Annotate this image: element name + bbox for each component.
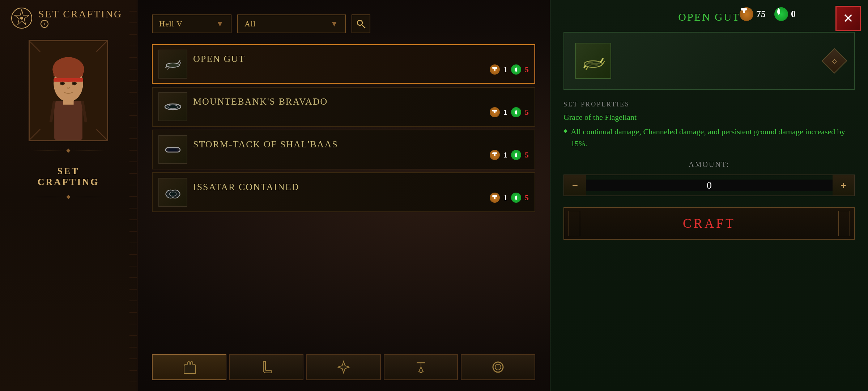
item-costs-issatar: 1 5 xyxy=(193,193,529,203)
top-resources: 75 0 xyxy=(740,7,796,21)
essence-icon-2 xyxy=(513,109,519,115)
set-properties-label: SET PROPERTIES xyxy=(563,101,855,108)
filter-tab-ring[interactable] xyxy=(461,354,535,380)
green-amount: 0 xyxy=(791,9,796,20)
svg-rect-4 xyxy=(54,101,82,140)
essence-icon xyxy=(513,66,519,73)
panel-badge-symbol: ◇ xyxy=(832,58,837,64)
item-costs-open-gut: 1 5 xyxy=(193,64,529,75)
filter-tab-weapon[interactable] xyxy=(306,354,381,380)
filter-tab-boots[interactable] xyxy=(229,354,304,380)
item-name-storm-tack: STORM-TACK OF SHAL'BAAS xyxy=(193,139,529,150)
cost-mat-4: 1 xyxy=(503,193,507,202)
item-name-issatar: ISSATAR CONTAINED xyxy=(193,182,529,193)
hammer-icon xyxy=(492,66,498,73)
ring-icon xyxy=(490,360,506,374)
cost-mat-1: 1 xyxy=(503,65,507,74)
sidebar-label-line2: CRAFTING xyxy=(38,177,99,188)
item-name-open-gut: OPEN GUT xyxy=(193,54,529,64)
item-issatar-contained[interactable]: ISSATAR CONTAINED 1 5 xyxy=(152,172,535,212)
gold-amount: 75 xyxy=(756,9,766,20)
amount-label: AMOUNT: xyxy=(563,160,855,169)
cost-essence-2: 5 xyxy=(525,108,529,117)
item-icon-storm-tack xyxy=(158,135,187,164)
svg-rect-8 xyxy=(54,78,83,82)
cost-essence-4: 5 xyxy=(525,193,529,202)
svg-point-13 xyxy=(357,20,362,25)
sidebar-label-line1: SET xyxy=(38,166,99,177)
set-description: All continual damage, Channeled damage, … xyxy=(563,126,855,150)
cost-mat-3: 1 xyxy=(503,150,507,160)
green-icon-3 xyxy=(511,150,521,160)
close-icon: ✕ xyxy=(843,11,854,26)
item-open-gut[interactable]: OPEN GUT 1 5 xyxy=(152,44,535,84)
item-icon-open-gut xyxy=(158,50,187,79)
hammer-icon-2 xyxy=(492,109,498,115)
amulet-icon xyxy=(413,360,429,374)
svg-point-32 xyxy=(584,61,602,67)
main-content: Hell V ▼ All ▼ OPEN GUT xyxy=(137,0,550,391)
svg-rect-23 xyxy=(169,148,177,151)
svg-rect-27 xyxy=(492,195,497,197)
category-arrow-icon: ▼ xyxy=(330,19,339,29)
divider-top xyxy=(32,147,105,154)
craft-button[interactable]: CRAFT xyxy=(563,207,855,240)
gold-icon-4 xyxy=(490,193,500,203)
items-list: OPEN GUT 1 5 xyxy=(152,44,535,212)
cost-essence-3: 5 xyxy=(525,150,529,160)
gold-icon-3 xyxy=(490,150,500,160)
amount-decrease-button[interactable]: − xyxy=(564,175,586,196)
divider-bottom xyxy=(32,193,105,201)
right-panel-inner: OPEN GUT ◇ SET PROPERTIES Grace of the F… xyxy=(550,0,868,251)
item-storm-tack[interactable]: STORM-TACK OF SHAL'BAAS 1 5 xyxy=(152,130,535,169)
filter-tab-amulet[interactable] xyxy=(384,354,458,380)
item-mountebanks-bravado[interactable]: MOUNTEBANK'S BRAVADO 1 5 xyxy=(152,87,535,127)
cost-essence-1: 5 xyxy=(525,65,529,74)
svg-point-12 xyxy=(73,83,76,85)
panel-item-icon xyxy=(575,43,611,79)
filter-tab-gloves[interactable] xyxy=(152,354,226,380)
category-dropdown[interactable]: All ▼ xyxy=(237,14,346,33)
search-button[interactable] xyxy=(352,14,370,33)
green-icon-1 xyxy=(511,64,521,75)
sidebar-label: SET CRAFTING xyxy=(38,166,99,188)
cost-mat-2: 1 xyxy=(503,108,507,117)
right-panel: OPEN GUT ◇ SET PROPERTIES Grace of the F… xyxy=(550,0,868,391)
item-costs-bravado: 1 5 xyxy=(193,107,529,117)
svg-rect-25 xyxy=(492,152,497,154)
green-icon-4 xyxy=(511,193,521,203)
amount-control: − 0 + xyxy=(563,175,855,196)
category-value: All xyxy=(244,19,256,29)
hammer-icon-3 xyxy=(492,152,498,158)
difficulty-dropdown[interactable]: Hell V ▼ xyxy=(152,14,231,33)
star-icon xyxy=(11,7,33,29)
diamond-ornament-2 xyxy=(66,195,70,199)
panel-open-gut-icon xyxy=(579,48,608,73)
portrait-svg xyxy=(30,40,107,141)
svg-point-15 xyxy=(166,63,179,67)
weapon-icon xyxy=(336,360,352,374)
sidebar-vine xyxy=(129,0,137,391)
essence-icon-4 xyxy=(513,194,519,201)
green-icon-2 xyxy=(511,107,521,117)
difficulty-arrow-icon: ▼ xyxy=(216,19,224,29)
item-info-storm-tack: STORM-TACK OF SHAL'BAAS 1 5 xyxy=(193,139,529,160)
filter-tabs xyxy=(152,354,535,380)
essence-icon-3 xyxy=(513,152,519,158)
svg-rect-34 xyxy=(741,8,747,10)
diamond-ornament xyxy=(66,148,70,152)
svg-point-31 xyxy=(495,364,501,370)
set-name: Grace of the Flagellant xyxy=(563,113,855,122)
item-icon-issatar xyxy=(158,178,187,207)
filters-row: Hell V ▼ All ▼ xyxy=(152,14,535,33)
item-info-bravado: MOUNTEBANK'S BRAVADO 1 5 xyxy=(193,96,529,117)
hammer-icon-4 xyxy=(492,194,498,201)
amount-increase-button[interactable]: + xyxy=(833,175,854,196)
info-button[interactable]: i xyxy=(41,20,48,28)
svg-point-2 xyxy=(20,17,23,20)
search-icon xyxy=(356,19,366,29)
item-name-bravado: MOUNTEBANK'S BRAVADO xyxy=(193,96,529,107)
character-portrait xyxy=(29,40,108,141)
storm-tack-icon xyxy=(162,140,184,159)
close-button[interactable]: ✕ xyxy=(835,6,861,31)
